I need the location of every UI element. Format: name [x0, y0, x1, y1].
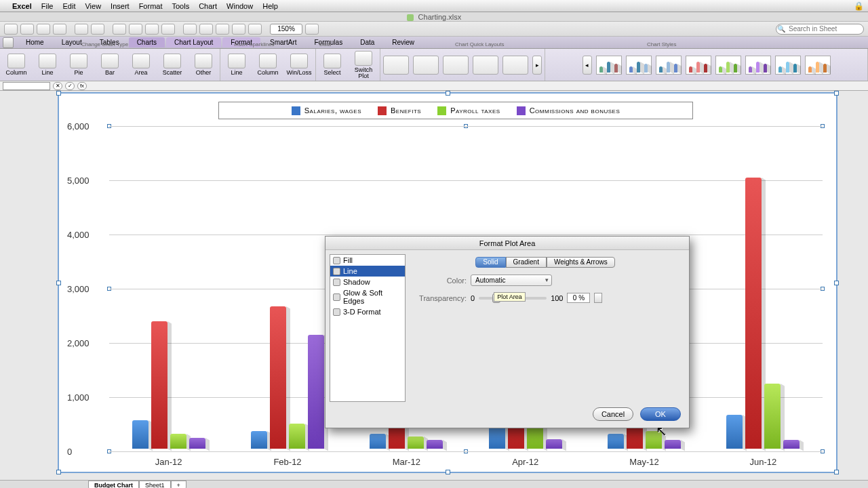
data-switch-plot[interactable]: Switch Plot — [350, 51, 377, 79]
data-bar[interactable] — [665, 440, 681, 449]
data-bar[interactable] — [745, 178, 762, 449]
chart-style-1[interactable] — [596, 56, 622, 75]
data-bar[interactable] — [427, 440, 443, 449]
filter-button[interactable] — [199, 24, 213, 35]
chart-legend[interactable]: Salaries, wages Benefits Payroll taxes C… — [218, 102, 693, 119]
chart-style-8[interactable] — [805, 56, 831, 75]
data-bar[interactable] — [489, 425, 505, 449]
data-bar[interactable] — [783, 440, 800, 449]
print-button[interactable] — [53, 24, 66, 35]
menu-insert[interactable]: Insert — [111, 2, 130, 10]
tab-home[interactable]: Home — [18, 37, 52, 47]
data-bar[interactable] — [764, 384, 781, 449]
chart-style-5[interactable] — [715, 56, 741, 75]
data-bar[interactable] — [608, 434, 624, 449]
quick-layout-2[interactable] — [413, 56, 439, 75]
chart-style-7[interactable] — [775, 56, 801, 75]
resize-handle[interactable] — [56, 470, 61, 474]
sidebar-item-3d[interactable]: 3-D Format — [330, 306, 405, 317]
transparency-slider[interactable]: Plot Area — [479, 297, 547, 300]
zoom-select[interactable]: 150% — [270, 24, 302, 35]
data-bar[interactable] — [270, 306, 286, 449]
quick-layout-1[interactable] — [383, 56, 409, 75]
data-bar[interactable] — [308, 335, 324, 449]
undo-button[interactable] — [75, 24, 88, 35]
redo-button[interactable] — [91, 24, 104, 35]
resize-handle[interactable] — [446, 470, 450, 474]
sort-button[interactable] — [183, 24, 197, 35]
menu-chart[interactable]: Chart — [199, 2, 217, 10]
data-bar[interactable] — [189, 438, 205, 449]
chart-style-3[interactable] — [656, 56, 682, 75]
add-sheet-button[interactable]: + — [171, 481, 186, 488]
transparency-input[interactable] — [567, 293, 590, 303]
tab-weights-arrows[interactable]: Weights & Arrows — [547, 257, 615, 268]
ok-button[interactable]: OK — [640, 407, 681, 421]
quick-layout-5[interactable] — [502, 56, 528, 75]
resize-handle[interactable] — [446, 91, 450, 96]
save-button[interactable] — [37, 24, 50, 35]
data-bar[interactable] — [251, 431, 267, 449]
chart-type-other[interactable]: Other — [190, 54, 217, 76]
menu-tools[interactable]: Tools — [172, 2, 189, 10]
resize-handle[interactable] — [834, 470, 839, 474]
bar-group[interactable] — [240, 306, 335, 449]
resize-handle[interactable] — [834, 281, 839, 285]
sparkline-line[interactable]: Line — [223, 54, 250, 76]
cancel-fx-icon[interactable]: ✕ — [53, 82, 62, 90]
open-button[interactable] — [20, 24, 34, 35]
chart-type-bar[interactable]: Bar — [96, 54, 123, 76]
sidebar-item-line[interactable]: Line — [330, 266, 405, 277]
paste-button[interactable] — [145, 24, 159, 35]
menu-format[interactable]: Format — [139, 2, 163, 10]
data-bar[interactable] — [546, 439, 562, 449]
data-bar[interactable] — [170, 434, 186, 449]
chart-type-line[interactable]: Line — [34, 54, 61, 76]
chart-button[interactable] — [232, 24, 245, 35]
bar-group[interactable] — [121, 321, 216, 449]
tab-charts[interactable]: Charts — [129, 37, 165, 47]
chart-style-4[interactable] — [686, 56, 711, 75]
sheet-tab-budget[interactable]: Budget Chart — [88, 481, 139, 488]
chart-type-pie[interactable]: Pie — [65, 54, 92, 76]
format-painter-button[interactable] — [161, 24, 175, 35]
quick-layout-more[interactable]: ▸ — [532, 56, 542, 75]
data-bar[interactable] — [370, 434, 386, 449]
help-button[interactable] — [248, 24, 262, 35]
data-bar[interactable] — [132, 420, 149, 449]
tab-review[interactable]: Review — [384, 37, 422, 47]
zoom-fit-button[interactable] — [305, 24, 319, 35]
lock-icon[interactable]: 🔒 — [854, 1, 864, 11]
tab-gradient[interactable]: Gradient — [506, 257, 547, 268]
accept-fx-icon[interactable]: ✓ — [65, 82, 75, 90]
data-bar[interactable] — [408, 436, 424, 449]
sidebar-item-glow[interactable]: Glow & Soft Edges — [330, 287, 405, 306]
search-input[interactable] — [776, 24, 864, 35]
menu-edit[interactable]: Edit — [62, 2, 75, 10]
sparkline-column[interactable]: Column — [254, 54, 281, 76]
chart-type-area[interactable]: Area — [127, 54, 155, 76]
chart-type-scatter[interactable]: Scatter — [159, 54, 186, 76]
fx-icon[interactable]: fx — [77, 82, 87, 90]
chart-style-6[interactable] — [745, 56, 771, 75]
cut-button[interactable] — [113, 24, 126, 35]
name-box[interactable] — [3, 82, 50, 90]
menu-window[interactable]: Window — [226, 2, 253, 10]
sidebar-item-fill[interactable]: Fill — [330, 255, 405, 266]
transparency-stepper[interactable] — [594, 293, 602, 303]
menu-view[interactable]: View — [85, 2, 101, 10]
app-name[interactable]: Excel — [12, 2, 32, 10]
menu-help[interactable]: Help — [262, 2, 278, 10]
quick-layout-4[interactable] — [473, 56, 498, 75]
sparkline-winloss[interactable]: Win/Loss — [285, 54, 313, 76]
cancel-button[interactable]: Cancel — [593, 407, 633, 421]
tab-chart-layout[interactable]: Chart Layout — [166, 37, 221, 47]
copy-button[interactable] — [129, 24, 142, 35]
new-button[interactable] — [4, 24, 18, 35]
sheet-tab-sheet1[interactable]: Sheet1 — [139, 481, 171, 488]
tab-solid[interactable]: Solid — [475, 257, 505, 268]
chart-type-column[interactable]: Column — [3, 54, 30, 76]
data-bar[interactable] — [646, 431, 662, 449]
resize-handle[interactable] — [56, 281, 61, 285]
bar-group[interactable] — [715, 178, 810, 449]
